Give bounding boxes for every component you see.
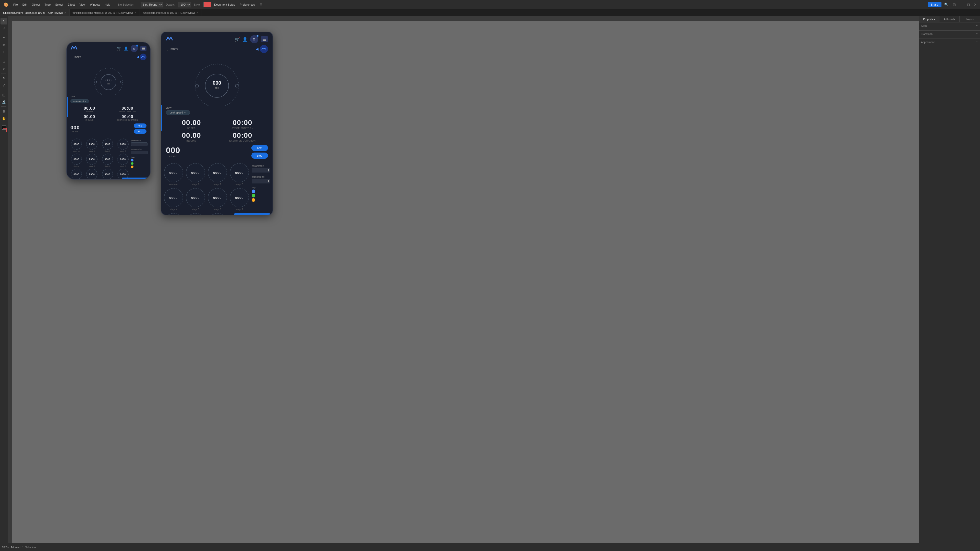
rotate-tool[interactable]: ↻ <box>0 75 7 81</box>
tablet-dial-1[interactable]: 0000 <box>186 163 205 183</box>
properties-tab[interactable]: Properties <box>919 16 939 22</box>
mobile-dial-4[interactable]: 0000 <box>71 154 82 165</box>
layers-tab[interactable]: Layers <box>959 16 980 22</box>
pencil-tool[interactable]: ✏ <box>0 41 7 48</box>
artboards-tab[interactable]: Artboards <box>939 16 960 22</box>
mobile-gauge-svg: 000 HR <box>91 64 126 95</box>
tablet-back-arrow[interactable]: ◀ <box>256 47 259 51</box>
direct-select-tool[interactable]: ↗ <box>0 25 7 32</box>
menu-view[interactable]: View <box>78 3 87 6</box>
menu-file[interactable]: File <box>12 3 19 6</box>
tablet-dial-10[interactable]: 0000 <box>208 213 227 215</box>
mobile-user-icon[interactable]: 👤 <box>124 46 128 51</box>
tablet-view-pill[interactable]: peak speed ▼ <box>166 110 190 115</box>
mobile-dial-2[interactable]: 0000 <box>102 138 113 150</box>
transform-arrow[interactable]: ▼ <box>976 33 978 35</box>
tablet-badge-btn[interactable]: ⊡ 3 <box>250 35 258 43</box>
search-icon[interactable]: 🔍 <box>943 2 950 7</box>
tablet-stop-btn[interactable]: stop <box>251 152 268 159</box>
align-arrow[interactable]: ▼ <box>976 25 978 27</box>
tab-functional-close[interactable]: ✕ <box>197 11 199 14</box>
mobile-dial-5[interactable]: 0000 <box>86 154 97 165</box>
tablet-key-section: key: <box>251 186 270 202</box>
tablet-dial-9[interactable]: 0000 <box>186 213 205 215</box>
menu-select[interactable]: Select <box>54 3 65 6</box>
tab-mobile-close[interactable]: ✕ <box>135 11 137 14</box>
appearance-arrow[interactable]: ▼ <box>976 41 978 43</box>
minimize-icon[interactable]: — <box>959 2 965 7</box>
stroke-color[interactable] <box>3 128 7 132</box>
app-icon[interactable]: 🎨 <box>2 2 10 8</box>
stroke-select[interactable]: 3 pt. Round <box>141 2 163 7</box>
tab-functional[interactable]: functionalScreens.ai @ 100 % (RGB/Previe… <box>140 9 202 16</box>
tab-tablet-close[interactable]: ✕ <box>64 11 66 14</box>
mobile-hamburger[interactable] <box>140 46 146 51</box>
tab-tablet[interactable]: functionalScreens-Tablet.ai @ 100 % (RGB… <box>0 9 70 16</box>
mobile-logo-back-btn[interactable] <box>140 54 146 60</box>
tablet-dial-7[interactable]: 0000 <box>230 188 249 207</box>
tablet-dial-2[interactable]: 0000 <box>208 163 227 183</box>
tablet-dial-0[interactable]: 0000 <box>164 163 183 183</box>
tablet-dial-5[interactable]: 0000 <box>186 188 205 207</box>
tablet-incline-label: INCLINE <box>166 140 217 142</box>
mobile-view-pill[interactable]: peak speed ▼ <box>70 99 89 103</box>
hand-tool[interactable]: ✋ <box>0 115 7 122</box>
mobile-parameter-input[interactable] <box>131 142 148 146</box>
menu-edit[interactable]: Edit <box>21 3 29 6</box>
mobile-back-arrow[interactable]: ◀ <box>137 55 139 59</box>
mobile-cart-icon[interactable]: 🛒 <box>117 46 121 51</box>
pen-tool[interactable]: ✒ <box>0 35 7 41</box>
mobile-next-btn[interactable]: next <box>134 124 146 128</box>
mobile-stop-btn[interactable]: stop <box>134 129 146 134</box>
tablet-compare-cursor <box>268 180 269 183</box>
tablet-next-btn[interactable]: next <box>251 145 268 151</box>
mobile-dial-8[interactable]: 0000 <box>71 168 82 179</box>
tablet-compare-input[interactable] <box>251 179 270 183</box>
maximize-icon[interactable]: □ <box>966 2 971 7</box>
menu-window[interactable]: Window <box>89 3 102 6</box>
menu-help[interactable]: Help <box>103 3 112 6</box>
menu-effect[interactable]: Effect <box>66 3 76 6</box>
mobile-compare-input[interactable] <box>131 151 148 154</box>
select-tool[interactable]: ↖ <box>0 18 7 24</box>
mobile-dial-3[interactable]: 0000 <box>118 138 129 150</box>
tablet-cart-icon[interactable]: 🛒 <box>235 37 240 42</box>
scale-tool[interactable]: ⤢ <box>0 82 7 89</box>
tablet-subheader: ⋮ moov ◀ <box>161 45 272 56</box>
tablet-dial-3[interactable]: 0000 <box>230 163 249 183</box>
tablet-hamburger[interactable] <box>261 36 268 42</box>
style-color-swatch[interactable] <box>204 2 211 7</box>
preferences-btn[interactable]: Preferences <box>238 3 256 6</box>
opacity-select[interactable]: 100% <box>178 2 191 7</box>
mobile-badge-btn[interactable]: ⊡ 3 <box>130 45 138 52</box>
arrange-icon[interactable]: ⊞ <box>258 2 264 7</box>
mobile-dial-7[interactable]: 0000 <box>118 154 129 165</box>
mobile-dial-10[interactable]: 0000 <box>102 168 113 179</box>
zoom-tool[interactable]: ⊕ <box>0 108 7 114</box>
ellipse-tool[interactable]: ○ <box>0 65 7 72</box>
gradient-tool[interactable]: ◫ <box>0 91 7 98</box>
mobile-dial-1[interactable]: 0000 <box>86 138 97 150</box>
document-setup-btn[interactable]: Document Setup <box>213 3 237 6</box>
type-tool[interactable]: T <box>0 49 7 56</box>
close-icon[interactable]: ✕ <box>972 2 978 7</box>
tablet-parameter-input[interactable] <box>251 168 270 172</box>
mobile-stage-6: 0000 stage 6 <box>100 154 115 167</box>
mobile-stage-7: 0000 stage 7 <box>116 154 130 167</box>
tablet-dial-6[interactable]: 0000 <box>208 188 227 207</box>
panels-icon[interactable]: ⊡ <box>951 2 957 7</box>
share-button[interactable]: Share <box>928 2 941 7</box>
tablet-dial-4[interactable]: 0000 <box>164 188 183 207</box>
tablet-dial-8[interactable]: 0000 <box>164 213 183 215</box>
eyedrop-tool[interactable]: 🔬 <box>0 98 7 105</box>
mobile-stage-2: 0000 stage 2 <box>100 138 115 152</box>
mobile-dial-0[interactable]: 0000 <box>71 138 82 150</box>
mobile-dial-6[interactable]: 0000 <box>102 154 113 165</box>
menu-object[interactable]: Object <box>30 3 41 6</box>
rect-tool[interactable]: □ <box>0 58 7 65</box>
menu-type[interactable]: Type <box>43 3 52 6</box>
mobile-dial-9[interactable]: 0000 <box>86 168 97 179</box>
tablet-user-icon[interactable]: 👤 <box>242 37 248 42</box>
tab-mobile[interactable]: functionalScreens-Mobile.ai @ 100 % (RGB… <box>70 9 140 16</box>
tablet-logo-back-btn[interactable] <box>260 45 268 53</box>
